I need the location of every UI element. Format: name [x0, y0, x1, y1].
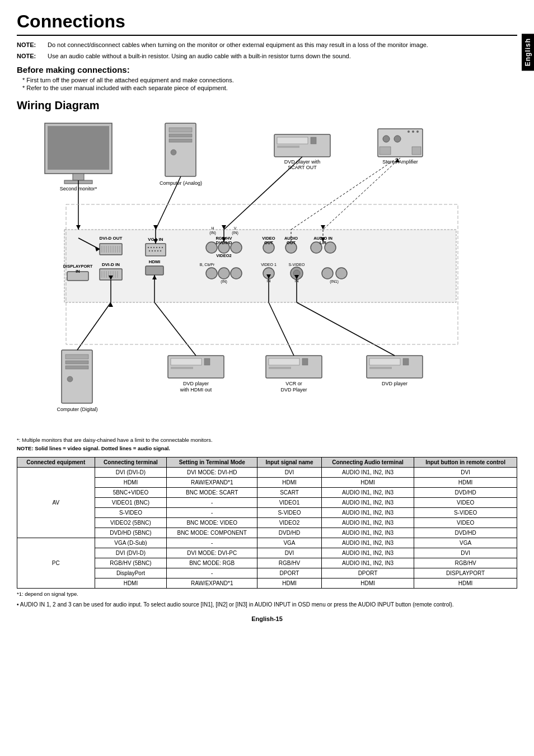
cell-input: DVI [414, 548, 517, 558]
cell-setting: - [167, 508, 257, 518]
cell-audio: HDMI [321, 578, 414, 589]
group-label-pc: PC [17, 538, 95, 589]
col-header-input: Input button in remote control [414, 458, 517, 468]
svg-point-56 [153, 247, 154, 248]
cell-terminal: VGA (D-Sub) [95, 538, 167, 548]
svg-point-60 [149, 250, 150, 251]
svg-rect-120 [65, 366, 88, 369]
table-row: PCVGA (D-Sub)-VGAAUDIO IN1, IN2, IN3VGA [17, 538, 517, 548]
svg-text:DVI-D IN: DVI-D IN [102, 262, 120, 267]
svg-point-58 [159, 247, 160, 248]
cell-signal: HDMI [257, 578, 322, 589]
svg-rect-9 [169, 139, 192, 142]
cell-signal: HDMI [257, 478, 322, 488]
svg-text:Computer (Analog): Computer (Analog) [160, 180, 202, 186]
before-connections-list: First turn off the power of all the atta… [22, 77, 517, 91]
svg-point-84 [206, 268, 217, 279]
language-tab: English [522, 34, 534, 71]
connections-table: Connected equipment Connecting terminal … [17, 457, 517, 589]
svg-rect-21 [380, 147, 391, 155]
svg-text:DVD player with: DVD player with [284, 159, 321, 165]
before-connections-item-1: First turn off the power of all the atta… [22, 77, 517, 83]
cell-audio: AUDIO IN1, IN2, IN3 [321, 498, 414, 508]
svg-rect-125 [204, 358, 210, 365]
cell-terminal: DisplayPort [95, 568, 167, 578]
svg-point-86 [231, 268, 242, 279]
svg-point-64 [160, 250, 161, 251]
svg-point-19 [383, 136, 390, 142]
svg-point-25 [416, 130, 419, 133]
cell-terminal: RGB/HV (5BNC) [95, 558, 167, 568]
svg-point-23 [407, 130, 410, 133]
svg-text:(IN): (IN) [209, 231, 216, 235]
svg-rect-15 [277, 146, 299, 148]
cell-audio: AUDIO IN1, IN2, IN3 [321, 558, 414, 568]
svg-text:(IN1): (IN1) [330, 279, 339, 284]
note-1-label: NOTE: [17, 41, 48, 48]
svg-rect-3 [73, 174, 84, 180]
cell-input: VIDEO [414, 518, 517, 528]
cell-signal: DVI [257, 468, 322, 478]
svg-rect-22 [412, 147, 421, 155]
svg-point-96 [336, 268, 347, 279]
svg-point-85 [218, 268, 229, 279]
cell-setting: RAW/EXPAND*1 [167, 578, 257, 589]
svg-text:DVI-D OUT: DVI-D OUT [100, 236, 123, 241]
note-2: NOTE: Use an audio cable without a built… [17, 53, 517, 59]
svg-point-63 [157, 250, 158, 251]
svg-text:IN: IN [76, 269, 80, 274]
col-header-setting: Setting in Terminal Mode [167, 458, 257, 468]
svg-point-121 [67, 376, 73, 382]
svg-text:(IN): (IN) [221, 279, 227, 284]
before-connections-item-2: Refer to the user manual included with e… [22, 85, 517, 91]
cell-input: DISPLAYPORT [414, 568, 517, 578]
svg-point-24 [412, 130, 414, 133]
svg-text:HDMI: HDMI [149, 259, 160, 264]
cell-audio: AUDIO IN1, IN2, IN3 [321, 488, 414, 498]
svg-rect-131 [302, 358, 308, 365]
svg-point-20 [394, 136, 401, 142]
svg-text:S-VIDEO: S-VIDEO [289, 263, 305, 267]
cell-audio: AUDIO IN1, IN2, IN3 [321, 468, 414, 478]
svg-point-55 [151, 247, 152, 248]
cell-signal: DPORT [257, 568, 322, 578]
cell-input: VIDEO [414, 498, 517, 508]
svg-text:(IN): (IN) [232, 231, 238, 235]
col-header-equipment: Connected equipment [17, 458, 95, 468]
cell-setting: RAW/EXPAND*1 [167, 478, 257, 488]
svg-point-95 [322, 268, 333, 279]
svg-text:DVD Player: DVD Player [280, 387, 307, 393]
svg-text:DISPLAYPORT: DISPLAYPORT [63, 264, 93, 269]
svg-text:VIDEO 1: VIDEO 1 [261, 263, 277, 267]
footnote-solid-dotted: NOTE: Solid lines = video signal. Dotted… [17, 445, 517, 451]
cell-audio: AUDIO IN1, IN2, IN3 [321, 548, 414, 558]
note-2-label: NOTE: [17, 53, 48, 59]
svg-point-54 [148, 247, 149, 248]
svg-point-57 [156, 247, 157, 248]
cell-input: VGA [414, 538, 517, 548]
cell-input: RGB/HV [414, 558, 517, 568]
cell-setting: BNC MODE: SCART [167, 488, 257, 498]
wiring-diagram-title: Wiring Diagram [17, 99, 517, 112]
stereo-amplifier-device: Stereo Amplifier [378, 129, 423, 165]
svg-point-69 [231, 242, 242, 253]
svg-text:DVD player: DVD player [183, 381, 209, 386]
cell-terminal: HDMI [95, 478, 167, 488]
svg-rect-2 [48, 126, 109, 170]
page-title: Connections [17, 11, 517, 36]
note-1: NOTE: Do not connect/disconnect cables w… [17, 41, 517, 48]
page-number: English-15 [17, 615, 517, 622]
svg-text:SCART OUT: SCART OUT [288, 165, 317, 170]
table-row: AVDVI (DVI-D)DVI MODE: DVI-HDDVIAUDIO IN… [17, 468, 517, 478]
svg-point-59 [162, 247, 163, 248]
footnote-asterisk: *: Multiple monitors that are daisy-chai… [17, 437, 517, 443]
svg-rect-124 [171, 358, 202, 365]
svg-text:VIDEO2: VIDEO2 [216, 253, 232, 258]
group-label-av: AV [17, 468, 95, 538]
cell-setting: - [167, 538, 257, 548]
svg-rect-8 [169, 134, 192, 137]
svg-rect-136 [369, 358, 400, 365]
cell-setting: BNC MODE: COMPONENT [167, 528, 257, 538]
cell-terminal: HDMI [95, 578, 167, 589]
svg-rect-138 [369, 367, 392, 369]
